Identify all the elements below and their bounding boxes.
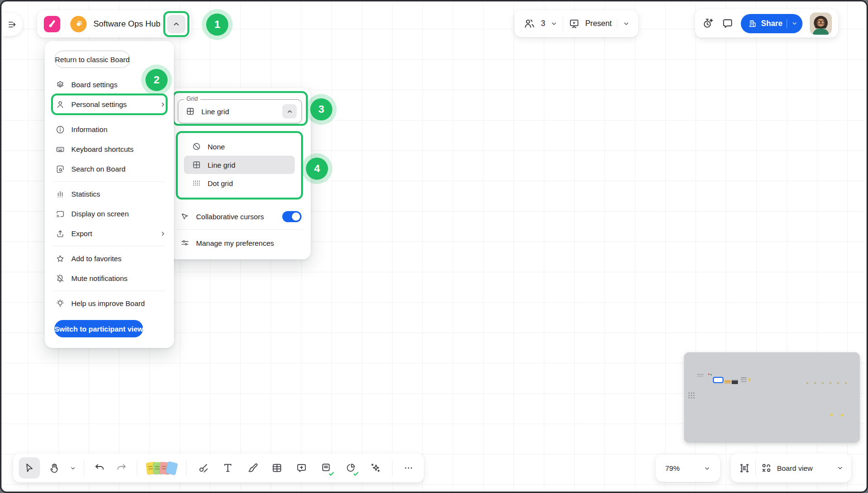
minimap[interactable] bbox=[684, 352, 860, 443]
viewbox-divider bbox=[755, 460, 756, 476]
menu-item-help-us-improve[interactable]: Help us improve Board bbox=[45, 293, 174, 313]
minimap-mark bbox=[697, 374, 704, 375]
view-label[interactable]: Board view bbox=[777, 464, 813, 472]
menu-item-mute-notifications[interactable]: Mute notifications bbox=[45, 268, 174, 288]
collaborators-count[interactable]: 3 bbox=[541, 19, 545, 28]
toolbar-divider bbox=[137, 461, 137, 475]
check-badge-icon bbox=[329, 471, 334, 477]
collaborators-icon bbox=[523, 17, 536, 30]
grid-group-label: Grid bbox=[184, 95, 200, 102]
select-tool-button[interactable] bbox=[19, 457, 40, 479]
menu-divider bbox=[53, 291, 165, 291]
menu-item-label: Information bbox=[71, 125, 107, 133]
minimap-grid-mark bbox=[688, 392, 695, 399]
grid-select-collapse-button[interactable] bbox=[282, 104, 297, 119]
step-badge-3: 3 bbox=[310, 98, 332, 120]
board-title[interactable]: Software Ops Hub bbox=[92, 19, 162, 29]
shapes-connectors-button[interactable] bbox=[193, 457, 214, 479]
person-icon bbox=[55, 100, 65, 109]
manage-preferences-label: Manage my preferences bbox=[196, 239, 274, 247]
creation-toolbar bbox=[13, 453, 424, 482]
zoom-chevron-icon bbox=[704, 465, 710, 472]
ai-tools-button[interactable] bbox=[365, 457, 386, 479]
comments-icon[interactable] bbox=[722, 17, 734, 29]
board-title-bar: Software Ops Hub bbox=[37, 10, 191, 38]
menu-item-information[interactable]: Information bbox=[45, 120, 174, 139]
statistics-icon bbox=[55, 189, 65, 199]
menu-item-label: Add to favorites bbox=[71, 254, 121, 263]
timer-icon[interactable] bbox=[701, 17, 714, 30]
more-tools-button[interactable] bbox=[399, 457, 418, 479]
menu-divider bbox=[53, 246, 165, 246]
collabbar-divider bbox=[563, 16, 563, 31]
minimap-viewport[interactable] bbox=[713, 377, 723, 383]
zoom-level-control[interactable]: 79% bbox=[656, 454, 720, 482]
frame-comment-button[interactable] bbox=[291, 457, 312, 479]
chart-tool-button[interactable] bbox=[340, 457, 361, 479]
chevron-right-icon bbox=[159, 230, 166, 237]
whiteboard-canvas[interactable]: Software Ops Hub 1 3 bbox=[0, 0, 868, 493]
menu-item-add-to-favorites[interactable]: Add to favorites bbox=[45, 249, 174, 268]
menu-item-export[interactable]: Export bbox=[45, 224, 174, 243]
return-to-classic-button[interactable]: Return to classic Board bbox=[54, 51, 130, 68]
board-icon bbox=[70, 16, 87, 32]
collaborators-chevron-icon[interactable] bbox=[551, 20, 557, 27]
manage-preferences-row[interactable]: Manage my preferences bbox=[169, 232, 311, 253]
menu-item-keyboard-shortcuts[interactable]: Keyboard shortcuts bbox=[45, 139, 174, 159]
feedback-note-button[interactable] bbox=[316, 457, 337, 479]
hand-tool-button[interactable] bbox=[43, 457, 65, 479]
table-tool-button[interactable] bbox=[266, 457, 288, 479]
step-badge-2: 2 bbox=[145, 69, 168, 91]
share-label: Share bbox=[761, 19, 782, 28]
collaborative-cursors-row[interactable]: Collaborative cursors bbox=[169, 206, 311, 227]
menu-divider bbox=[53, 117, 165, 117]
minimap-dots bbox=[803, 382, 850, 384]
pen-tool-button[interactable] bbox=[242, 457, 263, 479]
open-sidebar-button[interactable] bbox=[2, 13, 23, 36]
menu-item-display-on-screen[interactable]: Display on screen bbox=[45, 204, 174, 224]
grid-select[interactable]: Grid Line grid bbox=[178, 99, 302, 123]
minimap-thumbnail bbox=[724, 380, 731, 384]
menu-item-label: Keyboard shortcuts bbox=[71, 145, 133, 153]
present-chevron-icon[interactable] bbox=[623, 20, 630, 27]
export-icon bbox=[55, 229, 65, 239]
collaborative-cursors-toggle[interactable] bbox=[282, 211, 302, 222]
present-button[interactable]: Present bbox=[585, 19, 612, 28]
menu-item-label: Help us improve Board bbox=[71, 299, 145, 307]
board-menu-toggle-button[interactable] bbox=[167, 15, 185, 33]
toolbar-divider bbox=[186, 461, 186, 475]
share-access-icon bbox=[748, 19, 757, 28]
menu-item-statistics[interactable]: Statistics bbox=[45, 184, 174, 204]
menu-item-search-on-board[interactable]: Search on Board bbox=[45, 159, 174, 179]
text-tool-button[interactable] bbox=[217, 457, 238, 479]
tools-chevron-icon[interactable] bbox=[68, 465, 78, 471]
panel-divider bbox=[177, 229, 303, 230]
present-icon bbox=[568, 18, 580, 29]
grid-option-label: Line grid bbox=[208, 161, 236, 169]
switch-to-participant-view-button[interactable]: Switch to participant view bbox=[54, 320, 143, 337]
frames-icon[interactable] bbox=[738, 462, 750, 474]
titlebar-divider bbox=[65, 19, 66, 29]
share-divider bbox=[787, 19, 787, 28]
share-button[interactable]: Share bbox=[741, 14, 802, 33]
expand-sidebar-icon bbox=[7, 19, 18, 30]
view-chevron-icon[interactable] bbox=[837, 465, 843, 471]
undo-button[interactable] bbox=[91, 457, 109, 479]
grid-options-box: None Line grid Dot grid bbox=[176, 131, 303, 200]
sticky-notes-tool[interactable] bbox=[144, 462, 180, 474]
redo-button[interactable] bbox=[112, 457, 131, 479]
app-logo-icon[interactable] bbox=[44, 16, 60, 32]
grid-option-dot-grid[interactable]: Dot grid bbox=[184, 174, 295, 192]
grid-option-line-grid[interactable]: Line grid bbox=[184, 156, 295, 174]
menu-item-label: Search on Board bbox=[71, 165, 126, 173]
grid-option-none[interactable]: None bbox=[184, 137, 295, 156]
collaboration-bar: 3 Present bbox=[514, 10, 638, 37]
menu-item-label: Personal settings bbox=[71, 100, 127, 108]
lightbulb-icon bbox=[55, 299, 65, 308]
menu-item-personal-settings[interactable]: Personal settings bbox=[45, 94, 174, 114]
menu-item-label: Statistics bbox=[71, 190, 100, 198]
share-chevron-icon[interactable] bbox=[791, 20, 798, 27]
user-avatar[interactable] bbox=[810, 13, 832, 35]
check-badge-icon bbox=[353, 471, 359, 477]
grid-select-value: Line grid bbox=[201, 107, 276, 116]
